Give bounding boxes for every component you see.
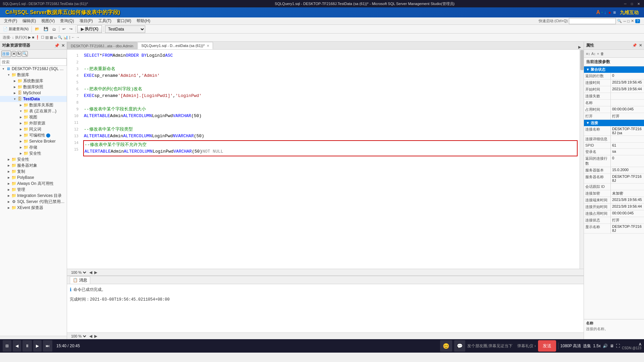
minimize-icon[interactable]: ─ — [623, 19, 626, 23]
tree-polybase[interactable]: ▶ 📁 PolyBase — [0, 174, 67, 180]
menu-edit[interactable]: 编辑(E) — [20, 17, 39, 24]
tree-myschool[interactable]: ▶ 🗄 MySchool — [0, 90, 67, 96]
props-new-icon[interactable]: + — [597, 52, 599, 56]
tree-databases[interactable]: ▼ 📁 数据库 — [0, 72, 67, 78]
restore-button[interactable]: □ — [629, 1, 635, 6]
tree-replication[interactable]: ▶ 📁 复制 — [0, 168, 67, 174]
props-del-icon[interactable]: 🗑 — [600, 52, 604, 56]
zoom-minus[interactable]: ◀ — [89, 270, 92, 275]
results-zoom-minus[interactable]: ◀ — [89, 334, 92, 339]
menu-view[interactable]: 视图(V) — [39, 17, 57, 24]
zoom-plus[interactable]: ▶ — [94, 270, 97, 275]
tree-external[interactable]: ▶ 📁 外部资源 — [0, 120, 67, 126]
new-query-button[interactable]: 📄 新建查询(N) — [1, 25, 30, 33]
window-controls[interactable]: ─ □ ✕ — [623, 0, 641, 7]
tree-always-on[interactable]: ▶ 📁 Always On 高可用性 — [0, 180, 67, 187]
sql-editor[interactable]: 1 2 3 4 5 6 7 8 9 10 11 12 13 14 — [67, 50, 580, 269]
save-all-button[interactable]: 🗂 — [51, 25, 58, 33]
editor-vscroll[interactable] — [580, 50, 584, 269]
sql-line-12: --修改表中某个字段类型 — [84, 126, 577, 133]
tree-security-sub[interactable]: ▶ 📁 安全性 — [0, 150, 67, 156]
menu-window[interactable]: 窗口(W) — [114, 17, 134, 24]
tree-synonyms[interactable]: ▶ 📁 同义词 — [0, 126, 67, 132]
menu-file[interactable]: 文件(F) — [1, 17, 20, 24]
taskbar-back-button[interactable]: ◀ — [13, 340, 21, 352]
oe-disconnect-button[interactable]: ✕ — [12, 51, 16, 57]
results-zoom-selector[interactable]: 100 % — [70, 334, 87, 339]
tree-service-broker[interactable]: ▶ 📁 Service Broker — [0, 138, 67, 144]
current-connection-label: 当前连接参数 — [584, 58, 644, 66]
menu-project[interactable]: 项目(P) — [77, 17, 96, 24]
open-file-button[interactable]: 📂 — [33, 25, 41, 33]
tree-management[interactable]: ▶ 📁 管理 — [0, 187, 67, 193]
tree-views[interactable]: ▶ 📁 视图 — [0, 114, 67, 120]
taskbar-send-button[interactable]: 发送 — [538, 340, 556, 352]
taskbar-volume-icon[interactable]: 🔊 — [603, 344, 608, 348]
testdata-expand: ▼ — [12, 96, 17, 102]
props-close-icon[interactable]: ✕ — [639, 43, 642, 48]
quick-launch-input[interactable] — [569, 18, 616, 24]
props-section-aggregate[interactable]: ▼ 聚合状态 — [584, 66, 644, 73]
diagrams-icon: 📁 — [23, 103, 28, 107]
security-sub-icon: 📁 — [23, 151, 28, 156]
properties-panel: 属性 📌 ✕ ≡↕ A↕ + 🗑 当前连接参数 ▼ 聚合状态 返回的行数 0 连… — [584, 42, 644, 339]
save-button[interactable]: 💾 — [42, 25, 50, 33]
tree-testdata[interactable]: ▼ 🗄 TestData — [0, 96, 67, 102]
undo-button[interactable]: ↩ — [61, 25, 67, 33]
tab-query[interactable]: SQLQuery1.sql - D...estData (sa (61))* ✕ — [138, 42, 213, 49]
tree-tables[interactable]: ▼ 📁 表 (正在展开...) — [0, 108, 67, 114]
execute-button[interactable]: ▶ 执行(X) — [77, 25, 102, 33]
redo-button[interactable]: ↪ — [68, 25, 74, 33]
oe-connect-button[interactable]: 连接· — [1, 51, 11, 57]
minimize-button[interactable]: ─ — [623, 1, 628, 6]
tree-db-snapshots[interactable]: ▶ 📁 数据库快照 — [0, 84, 67, 90]
taskbar-screen-icon[interactable]: 🖥 — [610, 344, 614, 348]
menu-query[interactable]: 查询(Q) — [57, 17, 76, 24]
props-section-connection[interactable]: ▼ 连接 — [584, 120, 644, 126]
tree-storage[interactable]: ▶ 📁 存储 — [0, 144, 67, 150]
props-sort-alpha-icon[interactable]: A↕ — [591, 52, 596, 56]
tree-is-catalog[interactable]: ▶ 📁 Integration Services 目录 — [0, 193, 67, 199]
props-pin-icon[interactable]: 📌 — [632, 43, 637, 48]
props-controls[interactable]: 📌 ✕ — [632, 43, 642, 48]
props-sort-cat-icon[interactable]: ≡↕ — [586, 52, 590, 56]
taskbar-start-button[interactable]: ⊞ — [3, 340, 11, 352]
results-zoom-plus[interactable]: ▶ — [94, 334, 97, 339]
taskbar-emoji-button[interactable]: 😊 — [440, 340, 452, 352]
oe-refresh-button[interactable]: ↻ — [17, 51, 21, 57]
taskbar-pause-button[interactable]: ⏸ — [22, 340, 32, 352]
menu-tools[interactable]: 工具(T) — [96, 17, 114, 24]
tree-security[interactable]: ▶ 📁 安全性 — [0, 156, 67, 162]
tree-programmability[interactable]: ▶ 📁 可编程性 ⬤ — [0, 132, 67, 138]
tree-xevent[interactable]: ▶ 📁 XEvent 探查器 — [0, 205, 67, 211]
oe-hscroll[interactable] — [0, 336, 67, 339]
replication-icon: 📁 — [11, 169, 16, 174]
oe-controls[interactable]: 📌 ✕ — [54, 43, 65, 48]
tree-sql-agent[interactable]: ▶ ⚙ SQL Server 代理(已禁用代理 XP) — [0, 199, 67, 205]
tab-query-close[interactable]: ✕ — [207, 44, 209, 48]
results-tab-messages[interactable]: 📋 消息 — [70, 276, 90, 284]
taskbar-skip-button[interactable]: ⏭ — [43, 340, 52, 352]
snapshots-icon: 📁 — [17, 85, 22, 89]
vscroll-thumb[interactable] — [580, 50, 584, 70]
taskbar-chat-button[interactable]: 💬 — [454, 340, 465, 352]
tab-scroll-right[interactable]: ▶ — [578, 45, 581, 49]
menu-help[interactable]: 帮助(H) — [134, 17, 153, 24]
tree-server-objects[interactable]: ▶ 📁 服务器对象 — [0, 162, 67, 168]
oe-search-input[interactable] — [0, 58, 67, 66]
oe-pin-icon[interactable]: 📌 — [54, 43, 59, 48]
taskbar-forward-button[interactable]: ▶ — [33, 340, 42, 352]
oe-close-icon[interactable]: ✕ — [61, 43, 65, 48]
tree-server-node[interactable]: ▼ 🖥 DESKTOP-TF2168J (SQL Server 15.0 — [0, 66, 67, 72]
restore-icon[interactable]: □ — [627, 19, 630, 23]
taskbar-fullscreen-icon[interactable]: ⛶ — [616, 344, 620, 348]
help-icon[interactable]: ? — [635, 19, 640, 23]
close-icon[interactable]: ✕ — [631, 19, 634, 23]
zoom-selector[interactable]: 100 % 75 % 150 % — [70, 270, 87, 275]
tree-system-dbs[interactable]: ▶ 📁 系统数据库 — [0, 78, 67, 84]
database-selector[interactable]: TestData — [105, 25, 145, 33]
tree-db-diagrams[interactable]: ▶ 📁 数据库关系图 — [0, 102, 67, 108]
oe-filter-button[interactable]: 🔍 — [22, 51, 28, 57]
close-button[interactable]: ✕ — [636, 1, 641, 6]
tab-admin[interactable]: DESKTOP-TF2168J...ata - dbo.Admin — [67, 42, 137, 49]
